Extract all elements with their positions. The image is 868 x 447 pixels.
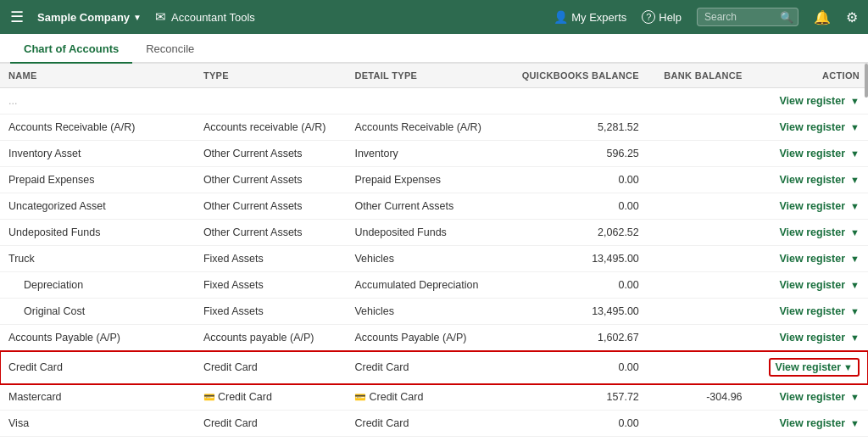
table-row: Arizona Dept. of Revenue PayableOther Cu…: [0, 437, 868, 445]
company-name-label: Sample Company: [37, 11, 130, 24]
cell-bank-balance: [648, 272, 751, 299]
cell-name: Depreciation: [0, 272, 195, 299]
cell-name: Credit Card: [0, 351, 195, 384]
cell-action: View register ▼: [751, 141, 868, 167]
hamburger-menu[interactable]: ☰: [10, 8, 24, 26]
view-register-dropdown-arrow-icon[interactable]: ▼: [848, 148, 860, 159]
view-register-button[interactable]: View register: [779, 391, 845, 403]
help-button[interactable]: ? Help: [642, 10, 682, 24]
table-row: Accounts Receivable (A/R)Accounts receiv…: [0, 115, 868, 141]
table-row: Accounts Payable (A/P)Accounts payable (…: [0, 325, 868, 351]
cell-bank-balance: [648, 115, 751, 141]
table-row: Uncategorized AssetOther Current AssetsO…: [0, 193, 868, 220]
cell-detail-type: 💳 Credit Card: [346, 384, 502, 411]
cell-name: Uncategorized Asset: [0, 193, 195, 220]
cell-name: Visa: [0, 411, 195, 437]
cell-bank-balance: [648, 88, 751, 115]
view-register-button[interactable]: View register: [779, 305, 845, 317]
cell-action: View register ▼: [751, 272, 868, 299]
view-register-button[interactable]: View register: [779, 121, 845, 133]
nav-right-section: 👤 My Experts ? Help 🔍 🔔 ⚙: [554, 8, 858, 26]
notifications-icon[interactable]: 🔔: [814, 9, 831, 25]
cell-detail-type: Inventory: [346, 141, 502, 167]
cell-bank-balance: [648, 220, 751, 246]
cell-type: Other Current Assets: [195, 193, 347, 220]
view-register-button[interactable]: View register: [776, 361, 842, 373]
top-navigation: ☰ Sample Company ▼ ✉ Accountant Tools 👤 …: [0, 0, 868, 34]
cell-bank-balance: [648, 299, 751, 325]
my-experts-button[interactable]: 👤 My Experts: [554, 10, 626, 24]
view-register-dropdown-arrow-icon[interactable]: ▼: [848, 254, 860, 264]
cell-qb-balance: 13,495.00: [502, 299, 648, 325]
company-selector[interactable]: Sample Company ▼: [37, 11, 142, 24]
chart-of-accounts-table: NAME TYPE DETAIL TYPE QUICKBOOKS BALANCE…: [0, 64, 868, 444]
cell-bank-balance: [648, 411, 751, 437]
table-row: DepreciationFixed AssetsAccumulated Depr…: [0, 272, 868, 299]
view-register-dropdown-arrow-icon[interactable]: ▼: [848, 96, 860, 106]
cell-type: Accounts receivable (A/R): [195, 115, 347, 141]
scrollbar[interactable]: [865, 64, 868, 98]
table-row: Original CostFixed AssetsVehicles13,495.…: [0, 299, 868, 325]
view-register-button[interactable]: View register: [779, 226, 845, 238]
view-register-dropdown-arrow-icon[interactable]: ▼: [848, 392, 860, 402]
view-register-button[interactable]: View register: [779, 279, 845, 291]
view-register-dropdown-arrow-icon[interactable]: ▼: [848, 418, 860, 428]
my-experts-label: My Experts: [571, 11, 626, 24]
cell-action: View register ▼: [751, 167, 868, 193]
cell-name: Original Cost: [0, 299, 195, 325]
cell-action: View register ▼: [751, 437, 868, 445]
view-register-dropdown-arrow-icon[interactable]: ▼: [848, 280, 860, 290]
view-register-dropdown-arrow-icon[interactable]: ▼: [848, 306, 860, 316]
settings-icon[interactable]: ⚙: [846, 9, 858, 25]
cell-name: Accounts Payable (A/P): [0, 325, 195, 351]
cell-qb-balance: 0.00: [502, 167, 648, 193]
cell-qb-balance: 0.00: [502, 351, 648, 384]
search-icon[interactable]: 🔍: [780, 11, 793, 24]
cell-name: ...: [0, 88, 195, 115]
view-register-button[interactable]: View register: [779, 253, 845, 265]
col-header-qb-balance: QUICKBOOKS BALANCE: [502, 64, 648, 88]
tab-reconcile[interactable]: Reconcile: [132, 34, 208, 64]
cell-type: Credit Card: [195, 411, 347, 437]
cell-qb-balance: 13,495.00: [502, 246, 648, 272]
view-register-button[interactable]: View register: [779, 148, 845, 159]
cell-action: View register ▼: [751, 246, 868, 272]
col-header-detail-type: DETAIL TYPE: [346, 64, 502, 88]
view-register-dropdown-arrow-icon[interactable]: ▼: [848, 227, 860, 237]
cell-type: Other Current Liabilities: [195, 437, 347, 445]
accountant-tools-label: Accountant Tools: [171, 11, 255, 24]
help-circle-icon: ?: [642, 10, 655, 24]
cell-qb-balance: 0.00: [502, 437, 648, 445]
accountant-tools-button[interactable]: ✉ Accountant Tools: [155, 9, 255, 25]
view-register-button[interactable]: View register: [779, 332, 845, 344]
cell-name: Inventory Asset: [0, 141, 195, 167]
view-register-button[interactable]: View register: [779, 200, 845, 212]
accounts-table-container: NAME TYPE DETAIL TYPE QUICKBOOKS BALANCE…: [0, 64, 868, 444]
view-register-button[interactable]: View register: [779, 174, 845, 186]
view-register-dropdown-arrow-icon[interactable]: ▼: [848, 175, 860, 185]
table-row: Undeposited FundsOther Current AssetsUnd…: [0, 220, 868, 246]
cell-qb-balance: 0.00: [502, 193, 648, 220]
cell-detail-type: Other Current Assets: [346, 193, 502, 220]
cell-type: Fixed Assets: [195, 299, 347, 325]
table-row: ...View register ▼: [0, 88, 868, 115]
table-row: TruckFixed AssetsVehicles13,495.00View r…: [0, 246, 868, 272]
cell-bank-balance: -304.96: [648, 384, 751, 411]
cell-action: View register ▼: [751, 351, 868, 384]
tab-chart-of-accounts[interactable]: Chart of Accounts: [10, 34, 132, 64]
view-register-dropdown-arrow-icon[interactable]: ▼: [848, 332, 860, 343]
cell-bank-balance: [648, 246, 751, 272]
table-header-row: NAME TYPE DETAIL TYPE QUICKBOOKS BALANCE…: [0, 64, 868, 88]
search-container: 🔍: [697, 8, 798, 26]
view-register-dropdown-arrow-icon[interactable]: ▼: [843, 362, 853, 372]
cell-name: Accounts Receivable (A/R): [0, 115, 195, 141]
view-register-button[interactable]: View register: [779, 444, 845, 444]
cell-name: Undeposited Funds: [0, 220, 195, 246]
view-register-button[interactable]: View register: [779, 417, 845, 429]
view-register-dropdown-arrow-icon[interactable]: ▼: [848, 122, 860, 132]
cell-qb-balance: 2,062.52: [502, 220, 648, 246]
view-register-dropdown-arrow-icon[interactable]: ▼: [848, 201, 860, 211]
credit-card-icon: 💳: [203, 392, 218, 402]
view-register-button[interactable]: View register: [779, 95, 845, 107]
cell-detail-type: Accounts Payable (A/P): [346, 325, 502, 351]
